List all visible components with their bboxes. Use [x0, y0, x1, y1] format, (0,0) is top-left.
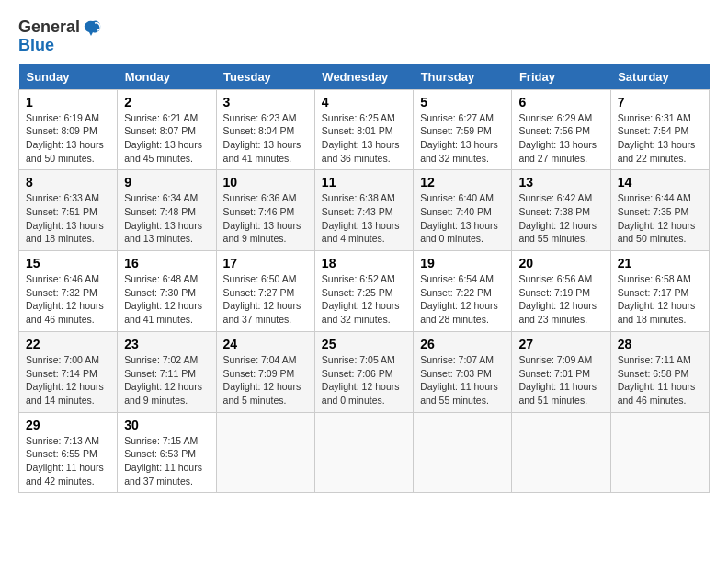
calendar-cell: 27Sunrise: 7:09 AMSunset: 7:01 PMDayligh…	[512, 331, 610, 412]
day-info: Sunrise: 6:29 AMSunset: 7:56 PMDaylight:…	[518, 111, 603, 166]
calendar-cell: 12Sunrise: 6:40 AMSunset: 7:40 PMDayligh…	[414, 170, 512, 251]
day-number: 29	[26, 418, 110, 432]
calendar-cell: 1Sunrise: 6:19 AMSunset: 8:09 PMDaylight…	[19, 89, 118, 170]
day-info: Sunrise: 6:50 AMSunset: 7:27 PMDaylight:…	[223, 272, 308, 327]
week-row-3: 15Sunrise: 6:46 AMSunset: 7:32 PMDayligh…	[19, 251, 710, 332]
calendar-cell: 30Sunrise: 7:15 AMSunset: 6:53 PMDayligh…	[118, 412, 216, 493]
calendar-cell: 11Sunrise: 6:38 AMSunset: 7:43 PMDayligh…	[314, 170, 413, 251]
calendar-cell: 8Sunrise: 6:33 AMSunset: 7:51 PMDaylight…	[19, 170, 118, 251]
day-number: 28	[618, 337, 702, 351]
day-number: 30	[124, 418, 209, 432]
day-info: Sunrise: 7:07 AMSunset: 7:03 PMDaylight:…	[420, 353, 505, 408]
calendar-cell: 2Sunrise: 6:21 AMSunset: 8:07 PMDaylight…	[118, 89, 216, 170]
day-number: 18	[322, 256, 406, 270]
day-number: 19	[420, 256, 505, 270]
logo-container: General Blue	[18, 18, 102, 55]
column-header-thursday: Thursday	[414, 64, 512, 90]
calendar-cell: 24Sunrise: 7:04 AMSunset: 7:09 PMDayligh…	[216, 331, 314, 412]
page-header: General Blue	[18, 18, 710, 55]
week-row-4: 22Sunrise: 7:00 AMSunset: 7:14 PMDayligh…	[19, 331, 710, 412]
week-row-2: 8Sunrise: 6:33 AMSunset: 7:51 PMDaylight…	[19, 170, 710, 251]
day-number: 26	[420, 337, 505, 351]
day-number: 27	[518, 337, 603, 351]
day-info: Sunrise: 6:58 AMSunset: 7:17 PMDaylight:…	[618, 272, 702, 327]
day-number: 17	[223, 256, 308, 270]
week-row-5: 29Sunrise: 7:13 AMSunset: 6:55 PMDayligh…	[19, 412, 710, 493]
calendar-table: SundayMondayTuesdayWednesdayThursdayFrid…	[18, 64, 710, 494]
day-info: Sunrise: 7:15 AMSunset: 6:53 PMDaylight:…	[124, 434, 209, 488]
calendar-cell: 26Sunrise: 7:07 AMSunset: 7:03 PMDayligh…	[414, 331, 512, 412]
column-header-tuesday: Tuesday	[216, 64, 314, 90]
day-info: Sunrise: 6:21 AMSunset: 8:07 PMDaylight:…	[124, 111, 209, 166]
day-info: Sunrise: 6:27 AMSunset: 7:59 PMDaylight:…	[420, 111, 505, 166]
day-info: Sunrise: 6:34 AMSunset: 7:48 PMDaylight:…	[124, 191, 209, 246]
day-info: Sunrise: 6:48 AMSunset: 7:30 PMDaylight:…	[124, 272, 209, 327]
logo-general: General	[18, 18, 80, 37]
day-info: Sunrise: 6:25 AMSunset: 8:01 PMDaylight:…	[322, 111, 406, 166]
day-info: Sunrise: 7:05 AMSunset: 7:06 PMDaylight:…	[322, 353, 406, 408]
calendar-cell: 15Sunrise: 6:46 AMSunset: 7:32 PMDayligh…	[19, 251, 118, 332]
day-number: 22	[26, 337, 110, 351]
calendar-cell: 4Sunrise: 6:25 AMSunset: 8:01 PMDaylight…	[314, 89, 413, 170]
day-info: Sunrise: 6:42 AMSunset: 7:38 PMDaylight:…	[518, 191, 603, 246]
calendar-cell: 22Sunrise: 7:00 AMSunset: 7:14 PMDayligh…	[19, 331, 118, 412]
day-info: Sunrise: 6:40 AMSunset: 7:40 PMDaylight:…	[420, 191, 505, 246]
day-info: Sunrise: 7:09 AMSunset: 7:01 PMDaylight:…	[518, 353, 603, 408]
day-info: Sunrise: 6:19 AMSunset: 8:09 PMDaylight:…	[26, 111, 110, 166]
day-number: 5	[420, 95, 505, 109]
calendar-cell: 21Sunrise: 6:58 AMSunset: 7:17 PMDayligh…	[610, 251, 709, 332]
day-number: 16	[124, 256, 209, 270]
column-header-saturday: Saturday	[610, 64, 709, 90]
day-number: 2	[124, 95, 209, 109]
day-number: 11	[322, 175, 406, 190]
calendar-cell: 7Sunrise: 6:31 AMSunset: 7:54 PMDaylight…	[610, 89, 709, 170]
day-number: 21	[618, 256, 702, 270]
calendar-cell: 9Sunrise: 6:34 AMSunset: 7:48 PMDaylight…	[118, 170, 216, 251]
calendar-cell: 13Sunrise: 6:42 AMSunset: 7:38 PMDayligh…	[512, 170, 610, 251]
week-row-1: 1Sunrise: 6:19 AMSunset: 8:09 PMDaylight…	[19, 89, 710, 170]
day-info: Sunrise: 7:13 AMSunset: 6:55 PMDaylight:…	[26, 434, 110, 488]
calendar-cell: 18Sunrise: 6:52 AMSunset: 7:25 PMDayligh…	[314, 251, 413, 332]
day-info: Sunrise: 6:54 AMSunset: 7:22 PMDaylight:…	[420, 272, 505, 327]
calendar-cell: 25Sunrise: 7:05 AMSunset: 7:06 PMDayligh…	[314, 331, 413, 412]
day-info: Sunrise: 7:04 AMSunset: 7:09 PMDaylight:…	[223, 353, 308, 408]
calendar-cell	[314, 412, 413, 493]
day-info: Sunrise: 6:31 AMSunset: 7:54 PMDaylight:…	[618, 111, 702, 166]
calendar-cell: 20Sunrise: 6:56 AMSunset: 7:19 PMDayligh…	[512, 251, 610, 332]
calendar-cell: 14Sunrise: 6:44 AMSunset: 7:35 PMDayligh…	[610, 170, 709, 251]
day-number: 14	[618, 175, 702, 190]
column-header-wednesday: Wednesday	[314, 64, 413, 90]
calendar-cell: 16Sunrise: 6:48 AMSunset: 7:30 PMDayligh…	[118, 251, 216, 332]
day-number: 25	[322, 337, 406, 351]
calendar-cell: 3Sunrise: 6:23 AMSunset: 8:04 PMDaylight…	[216, 89, 314, 170]
calendar-cell	[512, 412, 610, 493]
calendar-cell: 28Sunrise: 7:11 AMSunset: 6:58 PMDayligh…	[610, 331, 709, 412]
calendar-cell	[414, 412, 512, 493]
day-number: 23	[124, 337, 209, 351]
day-number: 13	[518, 175, 603, 190]
day-info: Sunrise: 6:23 AMSunset: 8:04 PMDaylight:…	[223, 111, 308, 166]
day-number: 9	[124, 175, 209, 190]
day-info: Sunrise: 6:44 AMSunset: 7:35 PMDaylight:…	[618, 191, 702, 246]
calendar-cell: 5Sunrise: 6:27 AMSunset: 7:59 PMDaylight…	[414, 89, 512, 170]
calendar-cell: 17Sunrise: 6:50 AMSunset: 7:27 PMDayligh…	[216, 251, 314, 332]
logo-blue: Blue	[18, 37, 102, 55]
day-info: Sunrise: 6:33 AMSunset: 7:51 PMDaylight:…	[26, 191, 110, 246]
day-number: 3	[223, 95, 308, 109]
day-number: 8	[26, 175, 110, 190]
calendar-cell: 10Sunrise: 6:36 AMSunset: 7:46 PMDayligh…	[216, 170, 314, 251]
logo: General Blue	[18, 18, 102, 55]
column-header-sunday: Sunday	[19, 64, 118, 90]
calendar-cell	[610, 412, 709, 493]
day-number: 15	[26, 256, 110, 270]
day-info: Sunrise: 6:56 AMSunset: 7:19 PMDaylight:…	[518, 272, 603, 327]
day-info: Sunrise: 6:52 AMSunset: 7:25 PMDaylight:…	[322, 272, 406, 327]
calendar-cell: 23Sunrise: 7:02 AMSunset: 7:11 PMDayligh…	[118, 331, 216, 412]
calendar-cell: 6Sunrise: 6:29 AMSunset: 7:56 PMDaylight…	[512, 89, 610, 170]
column-header-monday: Monday	[118, 64, 216, 90]
day-number: 1	[26, 95, 110, 109]
header-row: SundayMondayTuesdayWednesdayThursdayFrid…	[19, 64, 710, 90]
day-info: Sunrise: 7:02 AMSunset: 7:11 PMDaylight:…	[124, 353, 209, 408]
day-number: 7	[618, 95, 702, 109]
day-info: Sunrise: 7:00 AMSunset: 7:14 PMDaylight:…	[26, 353, 110, 408]
